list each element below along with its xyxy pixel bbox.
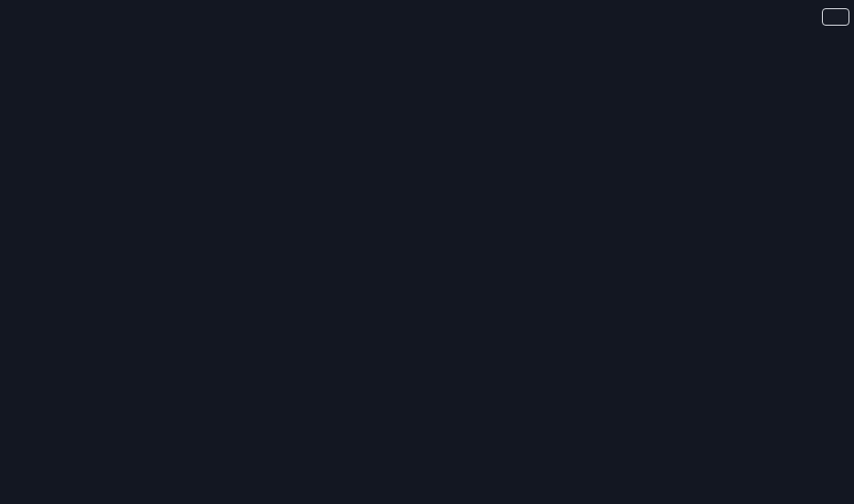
chart-canvas[interactable] [0, 0, 854, 504]
trading-chart-window [0, 0, 854, 504]
time-axis[interactable] [0, 476, 854, 504]
symbol-quick-button[interactable] [822, 8, 849, 26]
price-axis[interactable] [805, 0, 854, 475]
